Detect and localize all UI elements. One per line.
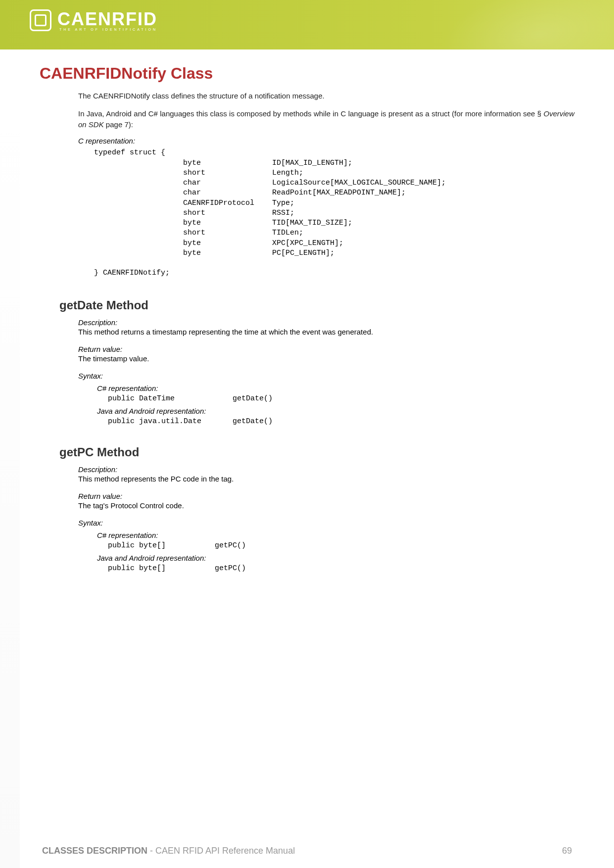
intro-p2: In Java, Android and C# languages this c… — [78, 108, 574, 130]
getpc-title: getPC Method — [59, 445, 574, 459]
getpc-csharp-code: public byte[] getPC() — [108, 541, 574, 550]
intro-p2-b: page 7): — [104, 120, 133, 129]
intro-block: The CAENRFIDNotify class defines the str… — [78, 91, 574, 130]
getpc-java-code: public byte[] getPC() — [108, 564, 574, 573]
getpc-ret-label: Return value: — [78, 492, 574, 500]
logo-main-text: CAENRFID — [57, 9, 157, 30]
getpc-ret-text: The tag's Protocol Control code. — [78, 500, 574, 511]
getdate-csharp-label: C# representation: — [97, 384, 574, 392]
logo-icon — [30, 9, 51, 31]
getdate-java-code: public java.util.Date getDate() — [108, 417, 574, 426]
footer-doc: - CAEN RFID API Reference Manual — [147, 846, 295, 856]
getdate-ret-label: Return value: — [78, 345, 574, 353]
getdate-title: getDate Method — [59, 298, 574, 312]
getpc-desc-text: This method represents the PC code in th… — [78, 474, 574, 484]
page-content: CAENRFIDNotify Class The CAENRFIDNotify … — [0, 49, 614, 573]
footer: CLASSES DESCRIPTION - CAEN RFID API Refe… — [0, 833, 614, 868]
getdate-csharp-code: public DateTime getDate() — [108, 394, 574, 403]
c-rep-label: C representation: — [78, 137, 574, 145]
getpc-desc-label: Description: — [78, 465, 574, 474]
footer-text: CLASSES DESCRIPTION - CAEN RFID API Refe… — [42, 846, 295, 856]
getdate-desc-text: This method returns a timestamp represen… — [78, 327, 574, 337]
getpc-csharp-label: C# representation: — [97, 531, 574, 539]
intro-p1: The CAENRFIDNotify class defines the str… — [78, 91, 574, 101]
header-band: CAENRFID THE ART OF IDENTIFICATION — [0, 0, 614, 49]
getdate-ret-text: The timestamp value. — [78, 353, 574, 364]
getdate-syntax-label: Syntax: — [78, 372, 574, 380]
getpc-syntax-label: Syntax: — [78, 519, 574, 527]
page-title: CAENRFIDNotify Class — [40, 64, 574, 83]
logo-text-wrap: CAENRFID THE ART OF IDENTIFICATION — [57, 9, 157, 31]
c-rep-code: typedef struct { byte ID[MAX_ID_LENGTH];… — [94, 148, 574, 278]
footer-section: CLASSES DESCRIPTION — [42, 846, 147, 856]
intro-p2-a: In Java, Android and C# languages this c… — [78, 109, 543, 118]
getdate-desc-label: Description: — [78, 318, 574, 327]
logo: CAENRFID THE ART OF IDENTIFICATION — [30, 9, 157, 31]
getpc-body: Description: This method represents the … — [78, 465, 574, 573]
logo-sub-text: THE ART OF IDENTIFICATION — [59, 28, 157, 31]
footer-page: 69 — [562, 846, 572, 856]
getdate-java-label: Java and Android representation: — [97, 407, 574, 415]
getpc-java-label: Java and Android representation: — [97, 554, 574, 562]
getdate-body: Description: This method returns a times… — [78, 318, 574, 426]
